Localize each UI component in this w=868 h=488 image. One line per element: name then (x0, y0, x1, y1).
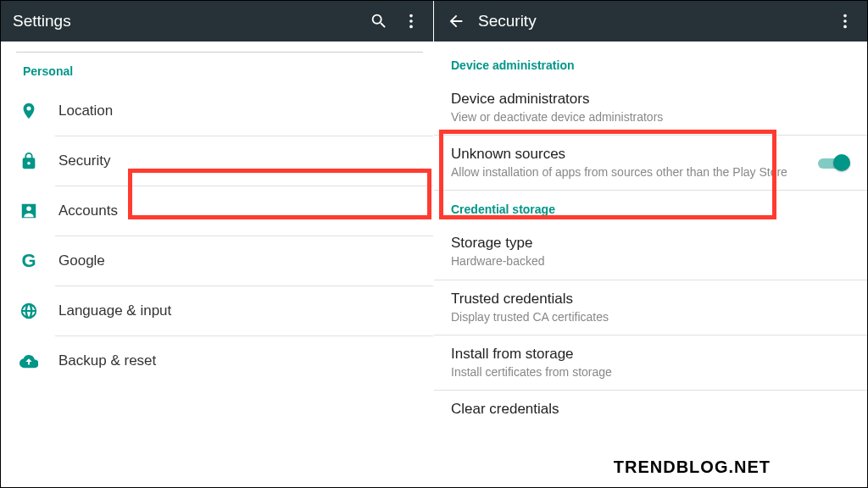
sidebar-item-language[interactable]: Language & input (6, 286, 433, 336)
more-icon[interactable] (401, 11, 421, 31)
watermark: TRENDBLOG.NET (610, 456, 774, 479)
svg-point-4 (843, 14, 847, 18)
location-icon (18, 100, 40, 122)
sidebar-item-label: Security (58, 152, 110, 169)
lock-icon (18, 150, 40, 172)
sidebar-item-label: Language & input (58, 302, 171, 319)
back-icon[interactable] (446, 11, 466, 31)
security-title: Security (478, 12, 537, 30)
svg-point-3 (26, 207, 31, 212)
backup-icon (18, 350, 40, 372)
globe-icon (18, 300, 40, 322)
item-title: Trusted credentials (451, 291, 850, 308)
item-title: Clear credentials (451, 401, 850, 418)
item-storage-type[interactable]: Storage type Hardware-backed (434, 225, 867, 279)
sidebar-item-google[interactable]: G Google (6, 236, 433, 286)
unknown-sources-toggle[interactable] (818, 154, 850, 171)
sidebar-item-accounts[interactable]: Accounts (6, 186, 433, 236)
google-icon: G (18, 250, 40, 272)
item-trusted-credentials[interactable]: Trusted credentials Display trusted CA c… (434, 280, 867, 335)
item-title: Device administrators (451, 91, 850, 108)
item-install-from-storage[interactable]: Install from storage Install certificate… (434, 336, 867, 390)
item-title: Install from storage (451, 346, 850, 363)
item-subtitle: View or deactivate device administrators (451, 109, 850, 125)
settings-appbar: Settings (1, 1, 433, 42)
item-subtitle: Hardware-backed (451, 253, 850, 269)
sidebar-item-security[interactable]: Security (6, 136, 433, 186)
item-device-administrators[interactable]: Device administrators View or deactivate… (434, 80, 867, 135)
svg-point-1 (409, 19, 413, 23)
sidebar-item-label: Accounts (58, 202, 118, 219)
sidebar-item-label: Location (58, 103, 113, 119)
sidebar-item-label: Backup & reset (58, 352, 156, 369)
search-icon[interactable] (369, 11, 389, 31)
svg-point-0 (409, 14, 413, 18)
item-subtitle: Allow installation of apps from sources … (451, 164, 808, 180)
account-icon (18, 200, 40, 222)
item-subtitle: Install certificates from storage (451, 364, 850, 380)
svg-point-2 (409, 25, 413, 29)
more-icon[interactable] (835, 11, 855, 31)
sidebar-item-backup[interactable]: Backup & reset (6, 336, 433, 385)
section-credential-storage: Credential storage (434, 191, 867, 225)
sidebar-item-location[interactable]: Location (6, 86, 433, 136)
item-unknown-sources[interactable]: Unknown sources Allow installation of ap… (434, 136, 867, 190)
section-device-admin: Device administration (434, 47, 867, 80)
item-clear-credentials[interactable]: Clear credentials (434, 391, 867, 428)
section-personal: Personal (6, 53, 433, 86)
sidebar-item-label: Google (58, 252, 105, 269)
settings-title: Settings (13, 12, 71, 30)
svg-point-5 (843, 19, 847, 23)
item-title: Unknown sources (451, 146, 808, 163)
security-appbar: Security (434, 1, 867, 42)
item-title: Storage type (451, 235, 850, 252)
svg-point-6 (843, 25, 847, 29)
item-subtitle: Display trusted CA certificates (451, 309, 850, 324)
